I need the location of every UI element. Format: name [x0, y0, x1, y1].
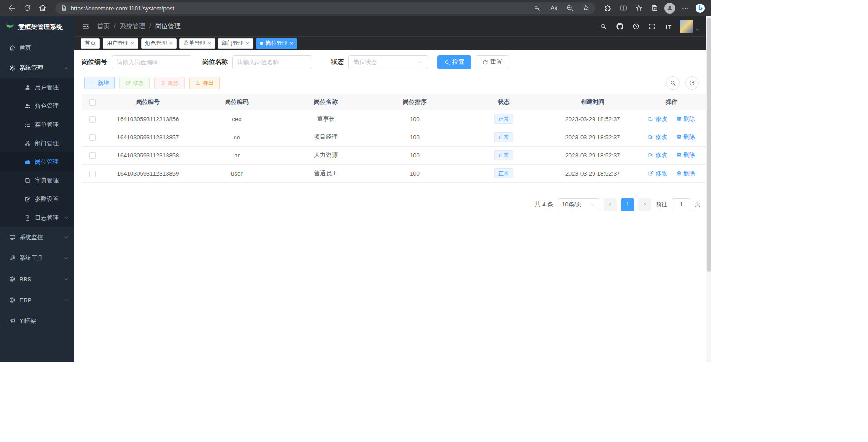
sidebar-item-system-tools[interactable]: 系统工具 [0, 248, 74, 269]
close-icon[interactable]: × [131, 40, 134, 46]
pencil-square-icon [648, 116, 654, 122]
refresh-button[interactable] [20, 2, 34, 15]
sidebar-item-user-management[interactable]: 用户管理 [0, 78, 74, 97]
site-info-icon[interactable] [61, 5, 67, 11]
tab-dept-management[interactable]: 部门管理 × [218, 38, 254, 49]
row-checkbox[interactable] [89, 134, 96, 141]
sidebar-item-dict-management[interactable]: 字典管理 [0, 171, 74, 190]
sidebar-item-home[interactable]: 首页 [0, 38, 74, 58]
fullscreen-button[interactable] [648, 23, 656, 30]
font-size-button[interactable]: TT [664, 23, 671, 30]
passwords-icon[interactable] [531, 3, 544, 14]
export-button[interactable]: 导出 [189, 77, 220, 89]
pencil-square-icon [648, 134, 654, 140]
wrench-icon [9, 255, 15, 261]
post-name-input[interactable] [232, 55, 312, 69]
delete-button[interactable]: 删除 [154, 77, 185, 89]
pencil-square-icon [25, 196, 31, 202]
add-button[interactable]: 新增 [84, 77, 115, 89]
table-row: 1641030593112313858 hr 人力资源 100 正常 2023-… [82, 146, 706, 164]
row-delete-link[interactable]: 删除 [676, 133, 695, 141]
github-button[interactable] [616, 22, 624, 30]
close-icon[interactable]: × [289, 40, 293, 46]
tab-user-management[interactable]: 用户管理 × [103, 38, 138, 49]
extensions-button[interactable] [601, 2, 615, 15]
back-button[interactable] [5, 2, 19, 15]
row-edit-link[interactable]: 修改 [648, 169, 667, 177]
sidebar-item-yi-framework[interactable]: Yi框架 [0, 310, 74, 331]
sidebar-item-erp[interactable]: ERP [0, 290, 74, 310]
tab-role-management[interactable]: 角色管理 × [141, 38, 177, 49]
breadcrumb-system: 系统管理 [114, 22, 145, 30]
read-aloud-icon[interactable] [547, 3, 560, 14]
sidebar-collapse-button[interactable] [82, 22, 90, 30]
close-icon[interactable]: × [169, 40, 173, 46]
bing-copilot-button[interactable] [693, 2, 707, 15]
header-actions: TT [600, 20, 700, 33]
row-delete-link[interactable]: 删除 [676, 115, 695, 123]
profile-button[interactable] [662, 2, 677, 15]
tab-post-management[interactable]: 岗位管理 × [256, 38, 297, 49]
row-edit-link[interactable]: 修改 [648, 115, 667, 123]
select-all-checkbox[interactable] [89, 99, 96, 106]
bing-icon [695, 3, 705, 13]
favorites-button[interactable] [632, 2, 646, 15]
edit-button[interactable]: 修改 [119, 77, 150, 89]
row-checkbox[interactable] [89, 116, 96, 123]
sidebar-item-system-management[interactable]: 系统管理 [0, 58, 74, 78]
user-icon [25, 84, 31, 91]
refresh-table-button[interactable] [685, 76, 699, 90]
row-delete-link[interactable]: 删除 [676, 169, 695, 177]
browser-toolbar: https://ccnetcore.com:1101/system/post [0, 0, 711, 16]
tab-home[interactable]: 首页 [81, 38, 100, 49]
sidebar-item-param-settings[interactable]: 参数设置 [0, 190, 74, 208]
chevron-down-icon [64, 255, 69, 261]
sidebar-item-dept-management[interactable]: 部门管理 [0, 134, 74, 152]
row-checkbox[interactable] [89, 171, 96, 177]
page-1-button[interactable]: 1 [621, 198, 634, 211]
address-bar[interactable]: https://ccnetcore.com:1101/system/post [55, 2, 595, 14]
user-avatar[interactable] [680, 20, 693, 33]
tab-menu-management[interactable]: 菜单管理 × [179, 38, 215, 49]
toggle-search-button[interactable] [666, 76, 680, 90]
user-menu[interactable] [680, 20, 700, 33]
collections-button[interactable] [647, 2, 662, 15]
sidebar-item-post-management[interactable]: 岗位管理 [0, 152, 74, 171]
header-search-button[interactable] [600, 23, 607, 30]
close-icon[interactable]: × [246, 40, 250, 46]
zoom-icon[interactable] [564, 3, 576, 14]
settings-menu-button[interactable] [678, 2, 692, 15]
home-button[interactable] [35, 2, 50, 15]
prev-page-button[interactable] [604, 198, 617, 211]
page-size-select[interactable]: 10条/页 [558, 198, 599, 211]
sidebar-item-system-monitor[interactable]: 系统监控 [0, 227, 74, 248]
sidebar-item-log-management[interactable]: 日志管理 [0, 208, 74, 227]
row-edit-link[interactable]: 修改 [648, 151, 667, 159]
search-button[interactable]: 搜索 [437, 55, 471, 69]
add-favorite-icon[interactable] [580, 3, 593, 14]
sidebar-item-role-management[interactable]: 角色管理 [0, 97, 74, 115]
close-icon[interactable]: × [207, 40, 211, 46]
cell-post-code: se [234, 134, 240, 141]
main-area: 首页 系统管理 岗位管理 TT [74, 16, 706, 362]
goto-page-input[interactable] [672, 198, 690, 211]
col-status: 状态 [459, 94, 548, 110]
row-checkbox[interactable] [89, 152, 96, 159]
next-page-button[interactable] [638, 198, 651, 211]
cell-post-code: ceo [232, 116, 242, 123]
list-icon [25, 122, 31, 128]
sidebar-item-menu-management[interactable]: 菜单管理 [0, 115, 74, 134]
page-scrollbar[interactable] [706, 16, 711, 362]
row-edit-link[interactable]: 修改 [648, 133, 667, 141]
row-delete-link[interactable]: 删除 [676, 151, 695, 159]
post-code-input[interactable] [112, 55, 191, 69]
breadcrumb-home[interactable]: 首页 [97, 22, 110, 30]
split-screen-button[interactable] [616, 2, 631, 15]
status-select[interactable]: 岗位状态 [348, 55, 428, 69]
reset-button[interactable]: 重置 [476, 55, 509, 69]
scrollbar-thumb[interactable] [707, 18, 711, 272]
help-button[interactable] [633, 23, 640, 30]
sidebar-item-bbs[interactable]: BBS [0, 269, 74, 290]
cell-created: 2023-03-29 18:52:37 [565, 134, 620, 141]
url-text[interactable]: https://ccnetcore.com:1101/system/post [71, 5, 527, 12]
